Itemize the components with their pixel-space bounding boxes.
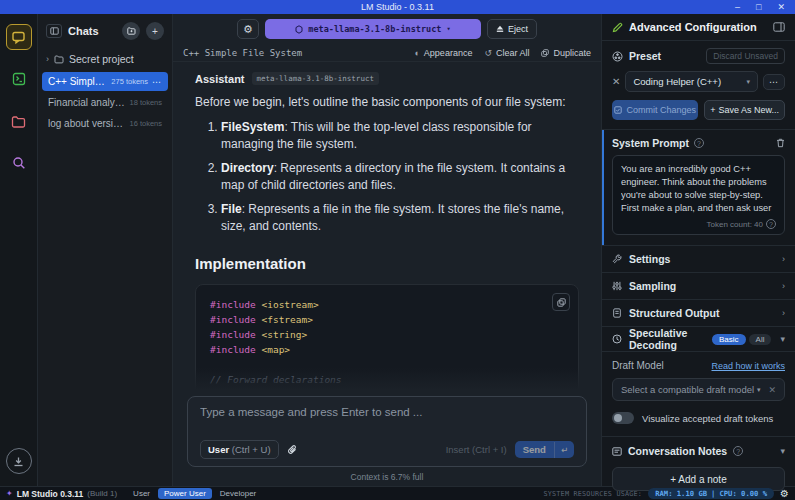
nav-my-models-button[interactable] bbox=[6, 108, 32, 134]
chat-title: log about version of ... bbox=[48, 118, 125, 129]
download-icon bbox=[6, 448, 32, 474]
send-label: Send bbox=[515, 441, 554, 458]
ram-usage: RAM: 1.10 GB bbox=[655, 489, 707, 498]
commit-changes-button[interactable]: Commit Changes bbox=[612, 100, 698, 120]
speculative-decoding-content: Draft Model Read how it works Select a c… bbox=[602, 351, 795, 436]
message-input[interactable] bbox=[200, 406, 574, 436]
chat-item[interactable]: Financial analysis18 tokens bbox=[42, 93, 168, 112]
close-icon[interactable]: ✕ bbox=[777, 0, 785, 14]
new-folder-button[interactable] bbox=[122, 22, 140, 40]
spec-basic-pill[interactable]: Basic bbox=[712, 334, 746, 345]
list-item: Directory: Represents a directory in the… bbox=[221, 160, 579, 195]
nav-downloads-button[interactable] bbox=[6, 448, 32, 474]
code-block: #include <iostream>#include <fstream>#in… bbox=[195, 284, 579, 390]
system-prompt-input[interactable]: You are an incredibly good C++ engineer.… bbox=[621, 163, 776, 215]
role-user-label: User bbox=[208, 444, 229, 455]
cpu-usage: CPU: 0.00 % bbox=[719, 489, 767, 498]
wrench-icon bbox=[612, 254, 622, 264]
folder-small-icon bbox=[54, 55, 64, 64]
chat-list: C++ Simple File System275 tokens⋯Financi… bbox=[38, 70, 172, 135]
mode-user[interactable]: User bbox=[127, 488, 156, 499]
minimize-icon[interactable]: – bbox=[735, 0, 740, 14]
send-button[interactable]: Send ↵ bbox=[515, 441, 574, 458]
nav-developer-button[interactable] bbox=[6, 66, 32, 92]
code-token: <string> bbox=[261, 329, 307, 340]
message-composer[interactable]: User (Ctrl + U) Insert (Ctrl + I) Send ↵ bbox=[187, 396, 587, 467]
notes-icon bbox=[612, 447, 622, 456]
loaded-model-pill[interactable]: meta-llama-3.1-8b-instruct ▾ bbox=[265, 19, 481, 39]
chat-options-icon[interactable]: ⋯ bbox=[152, 77, 162, 87]
discard-unsaved-button[interactable]: Discard Unsaved bbox=[706, 48, 785, 64]
preset-menu-button[interactable]: ⋯ bbox=[763, 74, 785, 90]
project-name: Secret project bbox=[69, 53, 134, 65]
code-token: <iostream> bbox=[261, 299, 318, 310]
code-token: #include bbox=[210, 314, 261, 325]
new-chat-button[interactable]: + bbox=[146, 22, 164, 40]
chat-item[interactable]: log about version of ...16 tokens bbox=[42, 114, 168, 133]
attach-file-button[interactable] bbox=[287, 444, 298, 456]
eject-button[interactable]: Eject bbox=[487, 19, 537, 39]
section-label: Sampling bbox=[629, 280, 775, 292]
code-token: #include bbox=[210, 344, 261, 355]
collapse-sidebar-icon[interactable] bbox=[46, 24, 62, 38]
save-as-new-button[interactable]: + Save As New... bbox=[704, 100, 785, 120]
speculative-decoding-icon bbox=[612, 334, 622, 344]
section-settings[interactable]: Settings› bbox=[602, 245, 795, 272]
clear-preset-icon[interactable]: ✕ bbox=[612, 76, 620, 87]
search-icon bbox=[12, 156, 26, 170]
maximize-icon[interactable]: □ bbox=[756, 0, 761, 14]
code-token: #include bbox=[210, 299, 261, 310]
collapse-panel-icon[interactable] bbox=[773, 22, 785, 32]
visualize-tokens-toggle[interactable] bbox=[612, 412, 634, 424]
folder-secret-project[interactable]: › Secret project bbox=[38, 48, 172, 70]
list-item-term: File bbox=[221, 202, 242, 216]
mode-developer[interactable]: Developer bbox=[214, 488, 262, 499]
build-label: (Build 1) bbox=[87, 489, 117, 498]
chats-header-label: Chats bbox=[68, 25, 116, 37]
mode-power-user[interactable]: Power User bbox=[158, 488, 212, 499]
chat-token-count: 16 tokens bbox=[129, 119, 162, 128]
code-token: <fstream> bbox=[261, 314, 312, 325]
chevron-down-icon: ▾ bbox=[746, 78, 750, 86]
section-speculative-decoding[interactable]: Speculative Decoding Basic All ▾ bbox=[602, 326, 795, 351]
nav-discover-button[interactable] bbox=[6, 150, 32, 176]
clear-draft-icon[interactable]: ✕ bbox=[768, 385, 776, 395]
appearance-button[interactable]: ◐ Appearance bbox=[414, 48, 472, 58]
section-sampling[interactable]: Sampling› bbox=[602, 272, 795, 299]
gear-icon[interactable]: ⚙ bbox=[780, 488, 789, 499]
section-structured-output[interactable]: Structured Output› bbox=[602, 299, 795, 326]
read-how-it-works-link[interactable]: Read how it works bbox=[711, 361, 785, 371]
copy-code-button[interactable] bbox=[552, 293, 570, 311]
conversation-notes-header[interactable]: Conversation Notes ? ▾ bbox=[602, 437, 795, 465]
role-user-shortcut: (Ctrl + U) bbox=[232, 444, 271, 455]
draft-model-label: Draft Model bbox=[612, 360, 711, 371]
appearance-icon: ◐ bbox=[414, 48, 419, 58]
code-line: // Forward declarations bbox=[210, 372, 564, 387]
chevron-right-icon: › bbox=[782, 308, 785, 318]
implementation-heading: Implementation bbox=[195, 255, 579, 272]
clear-all-button[interactable]: ↺ Clear All bbox=[484, 48, 529, 58]
commit-changes-label: Commit Changes bbox=[626, 105, 696, 115]
chat-token-count: 275 tokens bbox=[111, 77, 148, 86]
duplicate-icon bbox=[541, 49, 549, 57]
trash-icon[interactable] bbox=[776, 138, 785, 148]
message-area[interactable]: Assistant meta-llama-3.1-8b-instruct Bef… bbox=[173, 62, 601, 390]
model-settings-button[interactable]: ⚙ bbox=[237, 19, 259, 39]
info-icon: ? bbox=[694, 138, 704, 148]
chat-item[interactable]: C++ Simple File System275 tokens⋯ bbox=[42, 72, 168, 91]
terminal-icon bbox=[12, 72, 26, 86]
role-user-button[interactable]: User (Ctrl + U) bbox=[200, 440, 279, 459]
nav-chats-button[interactable] bbox=[6, 24, 32, 50]
preset-selector[interactable]: Coding Helper (C++) ▾ bbox=[625, 71, 758, 92]
code-token: <map> bbox=[261, 344, 290, 355]
model-hexagon-icon bbox=[295, 25, 303, 34]
code-content: #include <iostream>#include <fstream>#in… bbox=[210, 297, 564, 390]
draft-model-selector[interactable]: Select a compatible draft model ▾ ✕ bbox=[612, 378, 785, 401]
section-label: Settings bbox=[629, 253, 775, 265]
info-icon: ? bbox=[733, 446, 743, 456]
duplicate-button[interactable]: Duplicate bbox=[541, 48, 591, 58]
spec-all-pill[interactable]: All bbox=[749, 334, 772, 345]
chevron-down-icon: ▾ bbox=[780, 334, 785, 344]
resources-usage-badge[interactable]: RAM: 1.10 GB | CPU: 0.00 % bbox=[648, 488, 774, 499]
duplicate-label: Duplicate bbox=[553, 48, 591, 58]
